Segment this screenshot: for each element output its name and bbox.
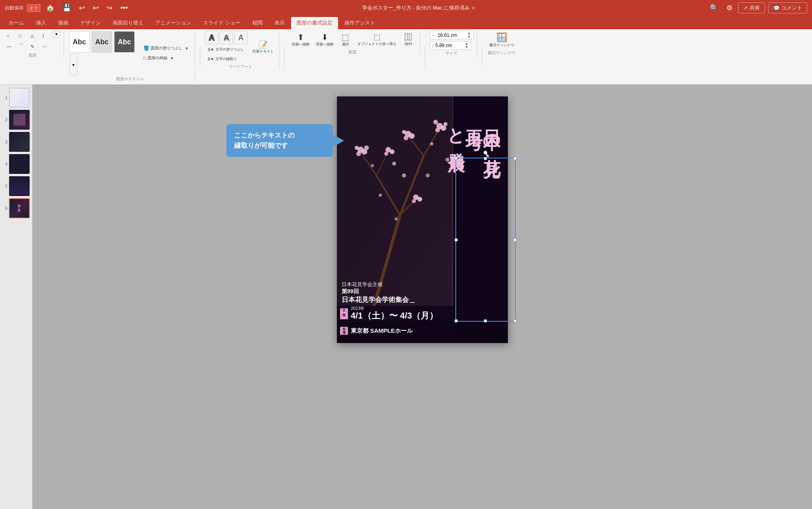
svg-point-11 (441, 125, 446, 131)
tab-view[interactable]: 表示 (269, 17, 290, 29)
slide-num-4: 4 (4, 162, 8, 166)
tab-slideshow[interactable]: スライド ショー (197, 17, 246, 29)
tab-format[interactable]: 図形の書式設定 (291, 17, 338, 29)
callout-bubble[interactable]: ここからテキストの縁取りが可能です (226, 124, 333, 157)
svg-point-18 (402, 130, 406, 134)
autosave-toggle[interactable]: オフ (27, 4, 40, 12)
share-area: 🔍 ⚙ ↗ 共有 💬 コメント (707, 2, 807, 13)
svg-text:第99回: 第99回 (342, 288, 359, 294)
send-backward-btn[interactable]: ⬇ 背面へ移動 (314, 31, 336, 49)
svg-point-32 (402, 173, 406, 177)
slide-thumb-6[interactable]: 花見 (9, 198, 30, 218)
more-btn[interactable]: ••• (118, 3, 130, 13)
curve-icon: ⌒ (19, 43, 23, 50)
tab-animations[interactable]: アニメーション (150, 17, 197, 29)
substitute-text-btn[interactable]: 📝 代替テキスト (250, 39, 276, 56)
shapes-group: ○ □ △ ⟩ — ⌒ (3, 31, 64, 58)
undo2-btn[interactable]: ↩ (90, 3, 101, 13)
shape-styles-label: 図形のスタイル (116, 76, 144, 82)
align-icon: ⬚ (374, 33, 380, 41)
shape-line-btn[interactable]: — (5, 41, 16, 52)
redo-btn[interactable]: ↪ (104, 3, 115, 13)
bring-forward-btn[interactable]: ⬆ 前面へ移動 (289, 31, 312, 49)
shapes-expand-btn[interactable]: ▼ (53, 31, 60, 38)
slide[interactable]: 日本の花見、 再考 と発展 日本花見学会主催 第99回 日本花見学会学術集会＿ (337, 96, 508, 343)
width-field: ↔ ▲ ▼ (430, 31, 474, 40)
text-fill-icon: A▼ (208, 47, 214, 52)
shape-curve-btn[interactable]: ⌒ (17, 41, 28, 52)
columns-btn[interactable]: ⿲ 段列 (400, 32, 416, 48)
text-fill-btn[interactable]: A▼ 文字の塗りつぶし (205, 45, 247, 54)
select-icon: ⬚ (342, 32, 349, 42)
shape-fill-btn[interactable]: 🪣 図形の塗りつぶし ▼ (141, 44, 192, 53)
text-style-gradient[interactable]: A (234, 31, 248, 44)
slide-thumb-3[interactable] (9, 132, 30, 152)
wordart-group: A A A A▼ 文字の塗りつぶし A▼ 文字の縁取り (203, 31, 280, 70)
svg-point-33 (430, 142, 433, 145)
slide-thumb-4[interactable] (9, 154, 30, 174)
handle-tr[interactable] (513, 157, 517, 160)
format-window-icon: 🪟 (496, 32, 507, 43)
tab-insert[interactable]: 挿入 (30, 17, 52, 29)
slide-row-5: 5 (4, 176, 30, 196)
comment-label: コメント (782, 4, 802, 11)
share-button[interactable]: ↗ 共有 (738, 2, 765, 13)
width-input[interactable] (438, 32, 465, 38)
shape-more-btn[interactable]: ⋯ (40, 41, 51, 52)
svg-point-36 (445, 158, 449, 162)
comment-icon: 💬 (773, 5, 780, 11)
shape-circle-btn[interactable]: ○ (5, 31, 16, 40)
tab-design[interactable]: デザイン (75, 17, 106, 29)
home-btn[interactable]: 🏠 (43, 3, 57, 13)
shape-arrow-btn[interactable]: ⟩ (40, 31, 51, 40)
handle-br[interactable] (513, 319, 517, 322)
select-pane-btn[interactable]: ⬚ 選択 (338, 31, 353, 49)
titlebar-left: 自動保存 オフ 🏠 💾 ↩ ↩ ↪ ••• (5, 3, 130, 13)
slide-thumb-5[interactable] (9, 176, 30, 196)
shape-rect-btn[interactable]: □ (17, 31, 28, 40)
height-spinners: ▲ ▼ (464, 42, 469, 49)
undo-btn[interactable]: ↩ (77, 3, 87, 13)
tab-transitions[interactable]: 画面切り替え (107, 17, 149, 29)
slide-container: ここからテキストの縁取りが可能です (337, 96, 508, 343)
document-title: 学会ポスター_作り方 - 自分の Mac に保存済み ∨ (130, 4, 707, 11)
shape-style-2[interactable]: Abc (92, 31, 112, 53)
shape-style-3[interactable]: Abc (114, 31, 135, 53)
shape-tri-btn[interactable]: △ (28, 31, 39, 40)
align-btn[interactable]: ⬚ オブジェクトの並べ替え (355, 31, 399, 48)
text-style-outlined[interactable]: A (205, 31, 218, 44)
settings-icon[interactable]: ⚙ (724, 3, 735, 13)
shape-outline-btn[interactable]: □ 図形の枠線 ▼ (141, 54, 192, 62)
search-icon[interactable]: 🔍 (707, 3, 721, 13)
tab-draw[interactable]: 描画 (53, 17, 74, 29)
tab-review[interactable]: 校閲 (247, 17, 268, 29)
slide-thumb-2[interactable] (9, 110, 30, 130)
tab-home[interactable]: ホーム (3, 17, 30, 29)
svg-point-16 (409, 133, 415, 139)
text-style-shadow[interactable]: A (220, 31, 233, 44)
main-area: 1 2 3 4 5 (0, 85, 812, 509)
svg-point-17 (404, 136, 408, 140)
svg-point-34 (426, 173, 430, 177)
circle-icon: ○ (7, 33, 9, 38)
shape-styles-expand[interactable]: ▼ (70, 54, 77, 75)
comment-button[interactable]: 💬 コメント (768, 2, 807, 13)
svg-text:東京都 SAMPLEホール: 東京都 SAMPLEホール (351, 327, 413, 334)
format-window-btn[interactable]: 🪟 書式ウィンドウ (487, 31, 517, 49)
svg-text:4/1（土）〜 4/3（月）: 4/1（土）〜 4/3（月） (351, 311, 438, 320)
height-down-btn[interactable]: ▼ (464, 45, 469, 49)
shape-freeform-btn[interactable]: ✎ (28, 41, 39, 52)
text-outline-btn[interactable]: A▼ 文字の縁取り (205, 55, 240, 63)
save-btn[interactable]: 💾 (60, 3, 73, 13)
separator-2 (284, 47, 285, 66)
width-down-btn[interactable]: ▼ (466, 35, 472, 39)
handle-mr[interactable] (513, 238, 517, 241)
shape-style-1[interactable]: Abc (69, 31, 90, 53)
svg-point-29 (412, 199, 416, 203)
fill-dropdown-arrow: ▼ (185, 46, 189, 51)
tab-assist[interactable]: 操作アシスト (339, 17, 381, 29)
slide-num-2: 2 (4, 117, 8, 122)
height-input[interactable] (435, 43, 463, 48)
slide-thumb-1[interactable] (9, 88, 30, 107)
fill-icon: 🪣 (143, 45, 149, 51)
